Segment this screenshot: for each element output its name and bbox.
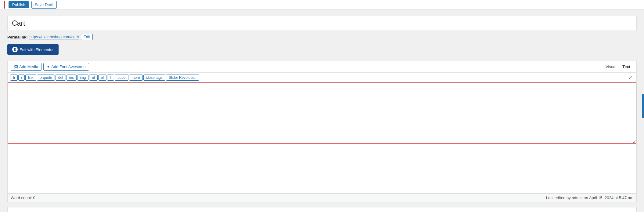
edit-permalink-button[interactable]: Edit — [81, 34, 93, 40]
html-btn-i[interactable]: i — [18, 75, 25, 81]
save-draft-button[interactable]: Save Draft — [31, 1, 57, 9]
yoast-collapse-up-button[interactable]: ∧ — [616, 210, 620, 212]
html-btn-bquote[interactable]: b-quote — [37, 75, 55, 81]
html-btn-ins[interactable]: ins — [67, 75, 77, 81]
html-btn-ul[interactable]: ul — [89, 75, 97, 81]
right-sidebar-stripe — [642, 94, 644, 118]
permalink-label: Permalink: — [7, 35, 27, 39]
add-font-awesome-button[interactable]: ✦ Add Font Awesome — [43, 63, 89, 71]
html-btn-li[interactable]: li — [107, 75, 114, 81]
tab-visual[interactable]: Visual — [603, 63, 619, 70]
yoast-collapse-down-button[interactable]: ∨ — [622, 210, 625, 212]
top-bar-accent — [4, 1, 5, 9]
html-btn-b[interactable]: b — [10, 75, 18, 81]
word-count-value: 0 — [33, 196, 35, 200]
yoast-seo-box: Yoast SEO ∧ ∨ ▲ — [7, 207, 637, 212]
editor-view-tabs: Visual Text — [603, 63, 633, 70]
editor-area: 🖼 Add Media ✦ Add Font Awesome Visual Te… — [7, 61, 637, 202]
add-media-icon: 🖼 — [14, 64, 18, 69]
word-count-label: Word count: — [11, 196, 32, 200]
add-font-awesome-label: Add Font Awesome — [51, 64, 86, 69]
main-content: Permalink: https://excentshop.com/cart/ … — [0, 10, 644, 212]
editor-toolbar-top: 🖼 Add Media ✦ Add Font Awesome Visual Te… — [8, 61, 636, 73]
post-title-box — [7, 16, 637, 31]
top-bar: Publish Save Draft — [0, 0, 644, 10]
post-title-input[interactable] — [12, 19, 632, 27]
toolbar-right-icons: ⤢ — [626, 74, 634, 81]
publish-button[interactable]: Publish — [9, 1, 29, 8]
editor-textarea[interactable] — [8, 82, 636, 144]
edit-with-elementor-button[interactable]: E Edit with Elementor — [7, 44, 59, 55]
last-edited-text: Last edited by admin on April 15, 2024 a… — [546, 196, 633, 200]
html-btn-close-tags[interactable]: close tags — [143, 75, 165, 81]
editor-footer: Word count: 0 Last edited by admin on Ap… — [8, 193, 636, 202]
fullscreen-button[interactable]: ⤢ — [626, 74, 634, 81]
html-btn-img[interactable]: img — [77, 75, 88, 81]
tab-text[interactable]: Text — [619, 63, 633, 70]
html-btn-ol[interactable]: ol — [98, 75, 106, 81]
html-buttons-row: b i link b-quote del ins img ul ol li co… — [8, 73, 636, 82]
yoast-toggle-button[interactable]: ▲ — [627, 211, 632, 212]
html-btn-link[interactable]: link — [25, 75, 36, 81]
html-btn-more[interactable]: more — [129, 75, 143, 81]
yoast-seo-header[interactable]: Yoast SEO ∧ ∨ ▲ — [8, 207, 636, 212]
add-font-awesome-icon: ✦ — [47, 64, 50, 69]
permalink-row: Permalink: https://excentshop.com/cart/ … — [7, 34, 637, 40]
permalink-link[interactable]: https://excentshop.com/cart/ — [29, 35, 79, 39]
html-btn-code[interactable]: code — [115, 75, 128, 81]
yoast-controls: ∧ ∨ ▲ — [616, 210, 632, 212]
yoast-seo-title: Yoast SEO — [12, 211, 34, 212]
html-btn-del[interactable]: del — [56, 75, 66, 81]
elementor-button-label: Edit with Elementor — [20, 47, 54, 52]
elementor-icon: E — [12, 47, 18, 52]
add-media-label: Add Media — [19, 64, 38, 69]
editor-empty-area — [8, 144, 636, 193]
editor-toolbar-left: 🖼 Add Media ✦ Add Font Awesome — [11, 63, 89, 71]
editor-content-area — [8, 82, 636, 144]
word-count-area: Word count: 0 — [11, 196, 35, 200]
add-media-button[interactable]: 🖼 Add Media — [11, 63, 41, 71]
html-btn-slider-revolution[interactable]: Slider Revolution — [166, 75, 199, 81]
